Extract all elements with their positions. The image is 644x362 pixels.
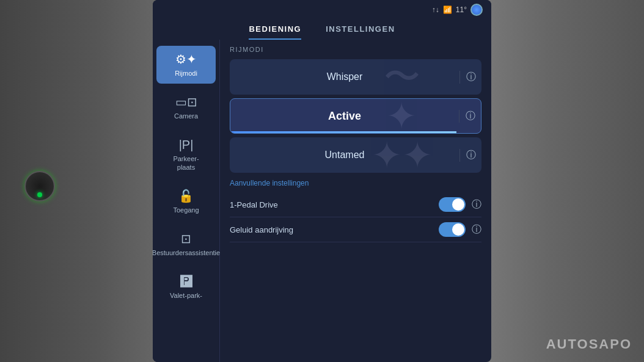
navigation-tabs: BEDIENING INSTELLINGEN	[153, 20, 491, 40]
sidebar-item-bestuurders[interactable]: ⊡ Bestuurdersassistentie	[153, 225, 219, 263]
left-vent-button	[24, 171, 55, 201]
sidebar-item-rijmodi[interactable]: ⚙✦ Rijmodi	[156, 46, 216, 84]
mode-whisper-label: Whisper	[230, 71, 459, 82]
wifi-icon: 📶	[443, 5, 452, 14]
sidebar-item-camera-label: Camera	[174, 112, 198, 120]
driver-assist-icon: ⊡	[181, 231, 191, 246]
section-title: RIJMODI	[230, 46, 481, 53]
sidebar-item-rijmodi-label: Rijmodi	[175, 69, 197, 78]
car-screen: ↑↓ 📶 11° BEDIENING INSTELLINGEN ⚙✦ Rijmo…	[153, 0, 491, 362]
temperature-display: 11°	[456, 5, 467, 14]
camera-icon: ▭⊡	[175, 95, 197, 109]
sidebar-item-bestuurders-label: Bestuurdersassistentie	[153, 248, 220, 257]
untamed-info-button[interactable]: ⓘ	[459, 149, 481, 162]
signal-icon: ↑↓	[432, 5, 439, 14]
one-pedal-toggle[interactable]	[439, 197, 466, 212]
sidebar-item-valet-label: Valet-park-	[170, 291, 202, 300]
additional-settings-title: Aanvullende instellingen	[230, 179, 481, 187]
geluid-toggle[interactable]	[439, 222, 466, 237]
parking-icon: |P|	[179, 138, 194, 152]
whisper-info-button[interactable]: ⓘ	[459, 71, 481, 84]
geluid-knob	[452, 223, 464, 236]
content-area: RIJMODI 〜 Whisper ⓘ ✦ Active ⓘ ✦✦ Untame…	[220, 40, 491, 362]
geluid-info-icon[interactable]: ⓘ	[472, 223, 481, 236]
tab-bediening[interactable]: BEDIENING	[249, 24, 301, 40]
sidebar-item-valet[interactable]: 🅿 Valet-park-	[153, 269, 219, 306]
lock-icon: 🔓	[178, 189, 194, 203]
status-bar: ↑↓ 📶 11°	[153, 0, 491, 20]
mode-untamed-label: Untamed	[230, 150, 459, 161]
setting-row-one-pedal: 1-Pedal Drive ⓘ	[230, 192, 481, 217]
rijmodi-icon: ⚙✦	[175, 52, 197, 67]
sidebar-item-parkeerplaats[interactable]: |P| Parkeer-plaats	[153, 132, 219, 178]
one-pedal-knob	[452, 198, 464, 211]
main-content: ⚙✦ Rijmodi ▭⊡ Camera |P| Parkeer-plaats …	[153, 40, 491, 362]
mode-active-label: Active	[230, 110, 459, 123]
valet-icon: 🅿	[180, 275, 192, 289]
mode-card-active[interactable]: ✦ Active ⓘ	[230, 98, 481, 134]
sidebar-item-toegang-label: Toegang	[173, 206, 199, 214]
sidebar-item-parkeerplaats-label: Parkeer-plaats	[173, 154, 199, 172]
mode-card-untamed[interactable]: ✦✦ Untamed ⓘ	[230, 137, 481, 173]
active-info-button[interactable]: ⓘ	[459, 110, 481, 123]
one-pedal-label: 1-Pedal Drive	[230, 200, 439, 209]
mode-card-whisper[interactable]: 〜 Whisper ⓘ	[230, 59, 481, 95]
dashboard-right	[485, 0, 644, 362]
dashboard-left	[0, 0, 159, 362]
setting-row-geluid: Geluid aandrijving ⓘ	[230, 217, 481, 242]
geluid-label: Geluid aandrijving	[230, 225, 439, 234]
sidebar: ⚙✦ Rijmodi ▭⊡ Camera |P| Parkeer-plaats …	[153, 40, 220, 362]
tab-instellingen[interactable]: INSTELLINGEN	[326, 24, 395, 40]
sidebar-item-camera[interactable]: ▭⊡ Camera	[153, 89, 219, 126]
status-dot	[470, 4, 483, 16]
one-pedal-info-icon[interactable]: ⓘ	[472, 198, 481, 211]
sidebar-item-toegang[interactable]: 🔓 Toegang	[153, 183, 219, 220]
